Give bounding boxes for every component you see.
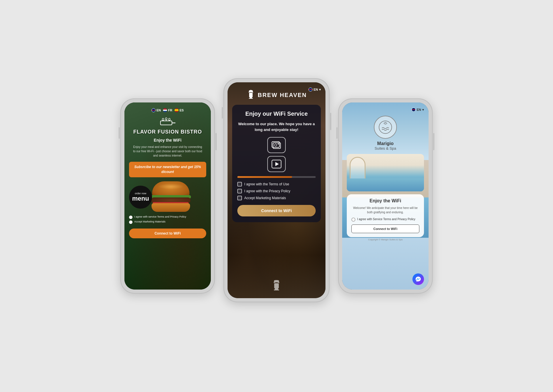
checkbox-privacy-center[interactable] [237, 189, 242, 193]
flag-es-icon [175, 108, 179, 112]
play-icon [271, 159, 282, 169]
right-bottom-card: Enjoy the WiFi Welcome! We anticipate th… [347, 194, 424, 237]
enjoy-wifi-title-left: Enjoy the WiFi [154, 138, 181, 142]
right-screen: EN ▾ [342, 102, 429, 290]
chevron-down-icon: ▾ [319, 88, 321, 92]
checkbox-section-left: I agree with service Terms and Privacy P… [129, 215, 206, 225]
svg-rect-0 [160, 121, 172, 125]
messenger-icon [415, 276, 421, 282]
svg-rect-10 [249, 98, 253, 99]
checkbox-terms-row-center[interactable]: I agree with the Terms of Use [237, 182, 316, 187]
wifi-welcome-text: Welcome to our place. We hope you have a… [237, 121, 316, 132]
bottom-brew-icon [271, 279, 282, 291]
brew-title: BREW HEAVEN [258, 92, 307, 98]
checkbox-marketing-label-left: Accept Marketing Materials [134, 220, 166, 224]
marigio-name: Marigio [377, 141, 394, 146]
checkbox-marketing-row-center[interactable]: Accept Marketing Materials [237, 196, 316, 200]
wifi-card: Enjoy our WiFi Service Welcome to our pl… [232, 105, 321, 222]
svg-point-22 [379, 121, 392, 134]
brew-logo-icon [246, 90, 255, 100]
svg-marker-18 [275, 162, 279, 166]
video-icon-box [267, 156, 286, 172]
bun-bottom [151, 203, 190, 212]
order-section: order now menu [129, 181, 206, 213]
checkbox-terms-right[interactable] [351, 218, 355, 222]
flag-uk-icon [151, 108, 156, 112]
connect-wifi-button-left[interactable]: Connect to WiFi [129, 229, 206, 238]
checkbox-terms-left[interactable] [129, 216, 132, 219]
flag-nl-icon [163, 108, 167, 112]
phone-right: EN ▾ [338, 98, 433, 294]
checkbox-marketing-label-center: Accept Marketing Materials [244, 196, 286, 200]
flag-uk-right-icon [412, 108, 416, 112]
svg-point-16 [278, 143, 279, 144]
language-selector-right[interactable]: EN ▾ [412, 108, 424, 112]
photo-icon [271, 140, 282, 150]
svg-line-26 [384, 122, 385, 123]
restaurant-name-left: FLAVOR FUSION BISTRO [133, 129, 202, 135]
bun-top [152, 181, 190, 197]
progress-bar: ⏸ [237, 176, 316, 178]
connect-wifi-button-right[interactable]: Connect to WiFi [351, 224, 419, 233]
svg-line-25 [386, 122, 387, 123]
checkbox-terms-label-center: I agree with the Terms of Use [244, 182, 289, 186]
svg-rect-8 [249, 93, 253, 97]
svg-rect-20 [275, 288, 278, 290]
left-screen: EN FR ES [124, 102, 211, 290]
language-selector-left[interactable]: EN FR ES [151, 108, 184, 112]
svg-rect-19 [274, 283, 279, 288]
connect-wifi-button-center[interactable]: Connect to WiFi [237, 205, 316, 216]
language-selector-center[interactable]: EN ▾ [308, 87, 321, 92]
checkbox-terms-center[interactable] [237, 182, 242, 187]
photo-icon-box [267, 137, 286, 153]
pool-water [347, 178, 424, 191]
order-now-text: order now [135, 192, 146, 195]
pause-icon: ⏸ [237, 176, 240, 177]
checkbox-marketing-row-left[interactable]: Accept Marketing Materials [129, 220, 206, 224]
newsletter-button[interactable]: Subsrcibe to our newsletter and get 15% … [129, 162, 206, 177]
enjoy-wifi-desc-left: Enjoy your meal and enhance your visit b… [129, 145, 206, 158]
center-screen: EN ▾ BREW HEAVEN [228, 82, 325, 298]
checkbox-terms-row-right[interactable]: I agree with Service Terms and Privacy P… [351, 217, 419, 222]
lang-es-left[interactable]: ES [175, 108, 184, 112]
svg-rect-9 [250, 97, 252, 98]
media-icons [237, 137, 316, 172]
copyright-text: Copyright © Marigio Suites & Spa [368, 238, 402, 241]
chevron-down-icon-right: ▾ [422, 108, 424, 112]
checkbox-privacy-row-center[interactable]: I agree with the Privacy Policy [237, 189, 316, 193]
progress-bar-fill [237, 176, 292, 178]
arch-decoration [350, 157, 365, 180]
phone-center: EN ▾ BREW HEAVEN [224, 78, 329, 302]
svg-point-23 [385, 123, 386, 124]
pan-icon [159, 116, 176, 127]
brew-header: BREW HEAVEN [232, 90, 321, 100]
checkbox-privacy-label-center: I agree with the Privacy Policy [244, 189, 290, 193]
phones-container: EN FR ES [120, 90, 433, 302]
right-enjoy-title: Enjoy the WiFi [351, 198, 419, 203]
checkbox-terms-label-right: I agree with Service Terms and Privacy P… [357, 217, 415, 221]
right-welcome-text: Welcome! We anticipate that your time he… [351, 206, 419, 214]
marigio-subtitle: Suites & Spa [374, 146, 396, 151]
lang-fr-left[interactable]: FR [163, 108, 172, 112]
pool-visual [347, 154, 424, 191]
marigio-logo [374, 116, 397, 139]
messenger-fab[interactable] [412, 273, 424, 285]
checkbox-marketing-left[interactable] [129, 220, 132, 224]
order-circle[interactable]: order now menu [129, 186, 152, 209]
lang-en-left[interactable]: EN [151, 108, 161, 112]
svg-point-15 [274, 144, 277, 146]
marigio-logo-svg [378, 120, 393, 134]
checkbox-marketing-center[interactable] [237, 196, 242, 200]
flag-uk-center-icon [308, 87, 313, 92]
checkbox-terms-row-left[interactable]: I agree with service Terms and Privacy P… [129, 215, 206, 219]
svg-rect-21 [274, 290, 279, 290]
wifi-service-title: Enjoy our WiFi Service [237, 111, 316, 117]
phone-left: EN FR ES [120, 98, 215, 294]
burger-image [149, 181, 195, 213]
checkbox-terms-label-left: I agree with service Terms and Privacy P… [134, 215, 186, 219]
menu-text: menu [132, 195, 149, 202]
